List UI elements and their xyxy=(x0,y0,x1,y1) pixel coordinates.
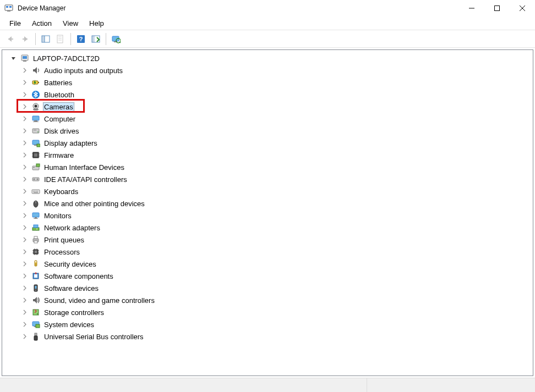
statusbar xyxy=(0,378,535,392)
svg-rect-5 xyxy=(495,6,500,11)
category-label: Monitors xyxy=(43,212,73,220)
minimize-button[interactable] xyxy=(459,0,484,16)
device-category-sound-video-and-game-controllers[interactable]: Sound, video and game controllers xyxy=(4,294,533,306)
chevron-right-icon[interactable] xyxy=(21,103,29,111)
display-adapter-icon xyxy=(31,138,41,148)
chevron-right-icon[interactable] xyxy=(21,175,29,183)
chevron-right-icon[interactable] xyxy=(21,91,29,98)
device-category-mice-and-other-pointing-devices[interactable]: Mice and other pointing devices xyxy=(4,197,533,209)
properties-button[interactable] xyxy=(54,32,67,46)
hid-icon xyxy=(31,162,41,172)
tree-root-node[interactable]: LAPTOP-7ADCLT2D xyxy=(4,52,533,64)
category-label: Print queues xyxy=(43,236,85,244)
menu-file[interactable]: File xyxy=(4,18,26,29)
chevron-down-icon[interactable] xyxy=(10,54,18,62)
svg-rect-1 xyxy=(6,6,8,8)
device-category-cameras[interactable]: Cameras xyxy=(4,101,533,113)
maximize-button[interactable] xyxy=(484,0,510,16)
category-label: Batteries xyxy=(43,79,73,87)
ide-icon xyxy=(31,174,41,184)
chevron-right-icon[interactable] xyxy=(21,115,29,123)
close-button[interactable] xyxy=(510,0,535,16)
svg-rect-3 xyxy=(7,10,10,12)
device-category-processors[interactable]: Processors xyxy=(4,246,533,258)
scan-hardware-button[interactable] xyxy=(89,32,102,46)
category-label: Storage controllers xyxy=(43,308,105,317)
device-category-batteries[interactable]: Batteries xyxy=(4,76,533,89)
device-category-print-queues[interactable]: Print queues xyxy=(4,234,533,246)
firmware-icon xyxy=(31,150,41,160)
chevron-right-icon[interactable] xyxy=(21,296,29,304)
category-label: Software components xyxy=(43,272,114,280)
root-label: LAPTOP-7ADCLT2D xyxy=(32,54,101,63)
back-button[interactable] xyxy=(4,32,17,46)
help-button[interactable]: ? xyxy=(74,32,88,46)
forward-button[interactable] xyxy=(19,32,32,46)
device-category-universal-serial-bus-controllers[interactable]: Universal Serial Bus controllers xyxy=(4,330,533,343)
device-category-software-devices[interactable]: Software devices xyxy=(4,282,533,294)
category-label: Audio inputs and outputs xyxy=(43,67,124,75)
category-label: Disk drives xyxy=(43,127,80,135)
device-tree[interactable]: LAPTOP-7ADCLT2DAudio inputs and outputsB… xyxy=(2,49,533,376)
chevron-right-icon[interactable] xyxy=(21,308,29,316)
device-category-ide-ata-atapi-controllers[interactable]: IDE ATA/ATAPI controllers xyxy=(4,173,533,185)
network-icon xyxy=(31,223,41,233)
chevron-right-icon[interactable] xyxy=(21,272,29,280)
device-category-computer[interactable]: Computer xyxy=(4,113,533,125)
chevron-right-icon[interactable] xyxy=(21,151,29,159)
chevron-right-icon[interactable] xyxy=(21,260,29,268)
chevron-right-icon[interactable] xyxy=(21,67,29,74)
chevron-right-icon[interactable] xyxy=(21,139,29,147)
category-label: Bluetooth xyxy=(43,91,75,99)
device-category-display-adapters[interactable]: Display adapters xyxy=(4,137,533,149)
usb-icon xyxy=(31,332,41,341)
svg-rect-9 xyxy=(23,38,28,40)
device-category-storage-controllers[interactable]: Storage controllers xyxy=(4,306,533,318)
device-category-firmware[interactable]: Firmware xyxy=(4,149,533,161)
menu-help[interactable]: Help xyxy=(84,18,109,29)
chevron-right-icon[interactable] xyxy=(21,163,29,171)
chevron-right-icon[interactable] xyxy=(21,284,29,292)
svg-rect-2 xyxy=(9,6,12,8)
chevron-right-icon[interactable] xyxy=(21,127,29,135)
menu-action[interactable]: Action xyxy=(27,18,57,29)
chevron-right-icon[interactable] xyxy=(21,224,29,231)
device-category-network-adapters[interactable]: Network adapters xyxy=(4,222,533,234)
device-category-audio-inputs-and-outputs[interactable]: Audio inputs and outputs xyxy=(4,64,533,76)
category-label: Display adapters xyxy=(43,139,99,147)
device-category-security-devices[interactable]: Security devices xyxy=(4,258,533,270)
device-category-monitors[interactable]: Monitors xyxy=(4,209,533,222)
category-label: Human Interface Devices xyxy=(43,163,125,172)
svg-rect-8 xyxy=(8,38,13,40)
content-area: LAPTOP-7ADCLT2DAudio inputs and outputsB… xyxy=(0,48,535,378)
chevron-right-icon[interactable] xyxy=(21,333,29,340)
mouse-icon xyxy=(31,198,41,208)
chevron-right-icon[interactable] xyxy=(21,248,29,256)
device-category-bluetooth[interactable]: Bluetooth xyxy=(4,89,533,101)
show-hide-console-tree-button[interactable] xyxy=(39,32,52,46)
svg-rect-13 xyxy=(57,35,63,43)
chevron-right-icon[interactable] xyxy=(21,236,29,244)
menubar: File Action View Help xyxy=(0,16,535,30)
chevron-right-icon[interactable] xyxy=(21,79,29,86)
speaker-icon xyxy=(31,65,41,75)
device-category-software-components[interactable]: Software components xyxy=(4,270,533,282)
category-label: Keyboards xyxy=(43,187,79,196)
chevron-right-icon[interactable] xyxy=(21,187,29,195)
category-label: Network adapters xyxy=(43,224,101,232)
device-category-system-devices[interactable]: System devices xyxy=(4,318,533,330)
scan-for-changes-button[interactable] xyxy=(110,32,123,46)
category-label: Universal Serial Bus controllers xyxy=(43,333,145,341)
menu-view[interactable]: View xyxy=(58,18,83,29)
security-icon xyxy=(31,259,41,269)
system-icon xyxy=(31,319,41,329)
device-category-keyboards[interactable]: Keyboards xyxy=(4,185,533,197)
device-category-human-interface-devices[interactable]: Human Interface Devices xyxy=(4,161,533,173)
camera-icon xyxy=(31,102,41,112)
category-label: IDE ATA/ATAPI controllers xyxy=(43,175,128,184)
app-icon xyxy=(4,4,13,13)
device-category-disk-drives[interactable]: Disk drives xyxy=(4,125,533,137)
chevron-right-icon[interactable] xyxy=(21,212,29,219)
chevron-right-icon[interactable] xyxy=(21,200,29,207)
chevron-right-icon[interactable] xyxy=(21,321,29,328)
